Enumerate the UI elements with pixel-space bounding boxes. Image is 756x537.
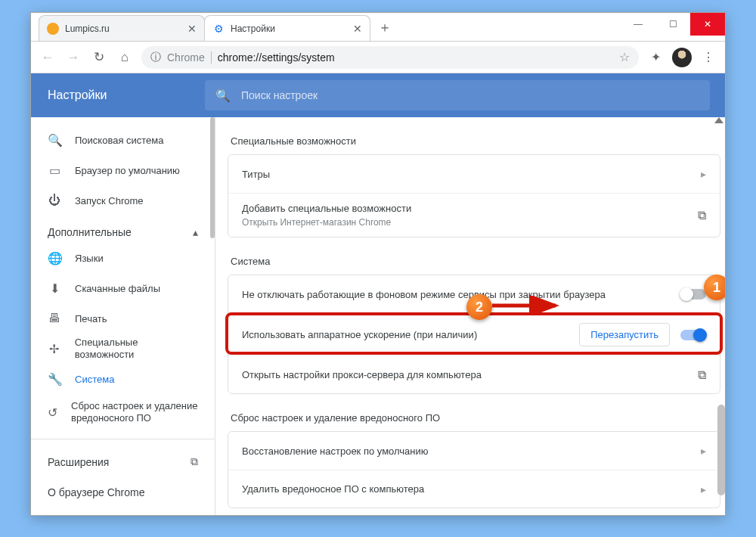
chevron-right-icon: ▸	[701, 168, 706, 180]
power-icon: ⏻	[48, 194, 61, 207]
browser-icon: ▭	[48, 163, 61, 178]
open-in-new-icon: ⧉	[191, 455, 198, 468]
settings-header: Настройки 🔍	[31, 73, 725, 117]
favicon-settings: ⚙	[212, 23, 225, 35]
accessibility-card: Титры ▸ Добавить специальные возможности…	[228, 154, 720, 237]
omnibox[interactable]: ⓘ Chrome chrome://settings/system ☆	[141, 46, 639, 69]
reset-icon: ↺	[48, 405, 57, 420]
tab-strip: Lumpics.ru ✕ ⚙ Настройки ✕ ＋	[31, 13, 395, 41]
sidebar-about[interactable]: О браузере Chrome	[31, 477, 215, 508]
open-in-new-icon: ⧉	[698, 209, 706, 222]
settings-search[interactable]: 🔍	[205, 80, 710, 110]
back-icon[interactable]: ←	[39, 48, 57, 67]
favicon-lumpics	[47, 23, 59, 35]
tab-label: Lumpics.ru	[65, 23, 110, 34]
profile-avatar[interactable]	[672, 48, 692, 67]
main-panel: Специальные возможности Титры ▸ Добавить…	[215, 117, 725, 515]
chevron-right-icon: ▸	[701, 483, 706, 495]
globe-icon: 🌐	[48, 251, 61, 265]
minimize-button[interactable]: —	[621, 13, 655, 36]
tab-settings[interactable]: ⚙ Настройки ✕	[204, 15, 370, 41]
toggle-background-apps[interactable]	[680, 289, 706, 300]
row-restore-defaults[interactable]: Восстановление настроек по умолчанию ▸	[228, 432, 720, 470]
tab-close-icon[interactable]: ✕	[353, 23, 362, 35]
search-input[interactable]	[241, 89, 699, 101]
content-area: Настройки 🔍 🔍Поисковая система ▭Браузер …	[31, 73, 725, 515]
new-tab-button[interactable]: ＋	[374, 17, 395, 38]
section-system-title: Система	[228, 251, 720, 275]
sidebar-item-accessibility[interactable]: ✢Специальные возможности	[31, 334, 215, 364]
relaunch-button[interactable]: Перезапустить	[579, 323, 670, 346]
open-in-new-icon: ⧉	[698, 368, 706, 382]
omnibox-prefix: Chrome	[167, 51, 212, 64]
titlebar: Lumpics.ru ✕ ⚙ Настройки ✕ ＋ — ☐ ✕	[31, 13, 725, 42]
extensions-icon[interactable]: ✦	[646, 48, 665, 67]
home-icon[interactable]: ⌂	[116, 48, 134, 67]
row-captions[interactable]: Титры ▸	[228, 155, 720, 193]
reload-icon[interactable]: ↻	[90, 48, 108, 67]
bookmark-star-icon[interactable]: ☆	[619, 50, 630, 64]
accessibility-icon: ✢	[48, 342, 61, 356]
tab-close-icon[interactable]: ✕	[187, 23, 197, 35]
tab-label: Настройки	[231, 23, 275, 34]
sidebar-item-on-startup[interactable]: ⏻Запуск Chrome	[31, 185, 215, 216]
tab-lumpics[interactable]: Lumpics.ru ✕	[39, 15, 205, 41]
site-info-icon[interactable]: ⓘ	[150, 51, 161, 64]
omnibox-url: chrome://settings/system	[218, 51, 335, 64]
row-proxy-settings[interactable]: Открыть настройки прокси-сервера для ком…	[228, 355, 720, 393]
scroll-up-icon[interactable]	[714, 117, 723, 123]
chevron-right-icon: ▸	[701, 445, 706, 457]
settings-body: 🔍Поисковая система ▭Браузер по умолчанию…	[31, 117, 725, 515]
reset-card: Восстановление настроек по умолчанию ▸ У…	[228, 431, 720, 508]
sidebar-item-reset[interactable]: ↺Сброс настроек и удаление вредоносного …	[31, 394, 215, 431]
section-accessibility-title: Специальные возможности	[228, 131, 720, 154]
printer-icon: 🖶	[48, 312, 61, 325]
search-icon: 🔍	[48, 133, 61, 147]
row-hardware-acceleration[interactable]: Использовать аппаратное ускорение (при н…	[228, 313, 720, 355]
maximize-button[interactable]: ☐	[655, 13, 690, 36]
forward-icon: →	[64, 48, 82, 67]
menu-icon[interactable]: ⋮	[699, 48, 717, 67]
download-icon: ⬇	[48, 281, 61, 296]
settings-title: Настройки	[31, 88, 205, 102]
chevron-up-icon: ▴	[193, 226, 198, 238]
section-reset-title: Сброс настроек и удаление вредоносного П…	[228, 408, 720, 431]
row-cleanup[interactable]: Удалить вредоносное ПО с компьютера ▸	[228, 470, 720, 508]
main-scrollbar[interactable]	[717, 405, 725, 495]
toggle-hardware-acceleration[interactable]	[680, 330, 706, 340]
row-background-apps[interactable]: Не отключать работающие в фоновом режиме…	[228, 275, 720, 313]
wrench-icon: 🔧	[48, 372, 61, 386]
sidebar-advanced-toggle[interactable]: Дополнительные ▴	[31, 216, 215, 243]
row-add-accessibility[interactable]: Добавить специальные возможности Открыть…	[228, 193, 720, 237]
sidebar-item-default-browser[interactable]: ▭Браузер по умолчанию	[31, 155, 215, 185]
sidebar-item-downloads[interactable]: ⬇Скачанные файлы	[31, 273, 215, 303]
sidebar-item-printing[interactable]: 🖶Печать	[31, 303, 215, 334]
sidebar-extensions[interactable]: Расширения ⧉	[31, 447, 215, 477]
sidebar-item-system[interactable]: 🔧Система	[31, 364, 215, 394]
window-controls: — ☐ ✕	[621, 13, 725, 36]
sidebar-scrollbar[interactable]	[210, 117, 215, 238]
sidebar-item-languages[interactable]: 🌐Языки	[31, 243, 215, 273]
browser-window: Lumpics.ru ✕ ⚙ Настройки ✕ ＋ — ☐ ✕ ← → ↻…	[30, 12, 726, 516]
toolbar: ← → ↻ ⌂ ⓘ Chrome chrome://settings/syste…	[31, 42, 725, 73]
close-button[interactable]: ✕	[690, 13, 725, 36]
sidebar: 🔍Поисковая система ▭Браузер по умолчанию…	[31, 117, 215, 515]
search-icon: 🔍	[215, 88, 231, 103]
system-card: Не отключать работающие в фоновом режиме…	[228, 275, 720, 394]
sidebar-item-search-engine[interactable]: 🔍Поисковая система	[31, 125, 215, 155]
